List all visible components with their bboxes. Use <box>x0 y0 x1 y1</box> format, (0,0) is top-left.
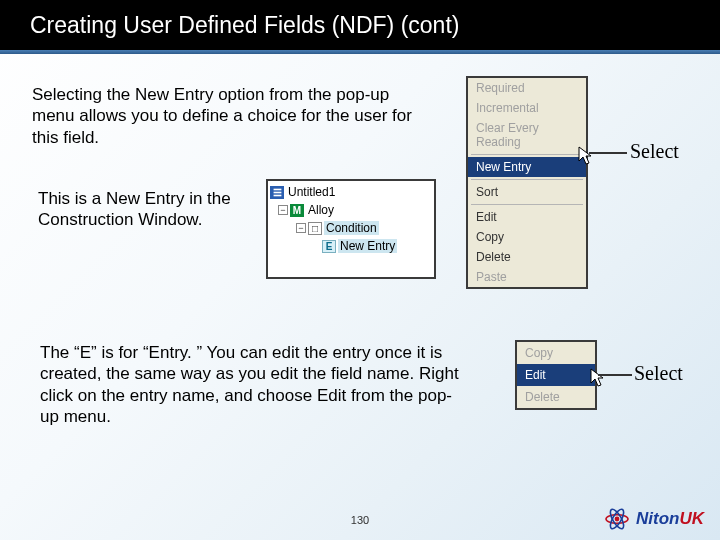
slide-title: Creating User Defined Fields (NDF) (cont… <box>30 12 459 39</box>
brand-suffix: UK <box>679 509 704 528</box>
menu-item-paste[interactable]: Paste <box>468 267 586 287</box>
construction-tree: ☰ Untitled1 − M Alloy − □ Condition E Ne… <box>266 179 436 279</box>
tree-row-alloy[interactable]: − M Alloy <box>270 201 432 219</box>
slide-header: Creating User Defined Fields (NDF) (cont… <box>0 0 720 50</box>
document-icon: ☰ <box>270 186 284 199</box>
collapse-icon[interactable]: − <box>278 205 288 215</box>
menu-item-edit-2[interactable]: Edit <box>517 364 595 386</box>
callout-label-select-1: Select <box>630 140 679 163</box>
callout-label-select-2: Select <box>634 362 683 385</box>
tree-label-root: Untitled1 <box>286 185 337 199</box>
m-icon: M <box>290 204 304 217</box>
context-menu-2: Copy Edit Delete <box>515 340 597 410</box>
menu-item-incremental[interactable]: Incremental <box>468 98 586 118</box>
menu-item-delete-2[interactable]: Delete <box>517 386 595 408</box>
brand-name: Niton <box>636 509 679 528</box>
field-icon: □ <box>308 222 322 235</box>
callout-connector <box>598 374 632 376</box>
tree-label-new-entry: New Entry <box>338 239 397 253</box>
menu-separator <box>471 204 583 205</box>
menu-item-delete[interactable]: Delete <box>468 247 586 267</box>
tree-row-root[interactable]: ☰ Untitled1 <box>270 183 432 201</box>
paragraph-2: This is a New Entry in the Construction … <box>38 188 248 231</box>
menu-item-required[interactable]: Required <box>468 78 586 98</box>
menu-item-copy-2[interactable]: Copy <box>517 342 595 364</box>
menu-item-edit[interactable]: Edit <box>468 207 586 227</box>
paragraph-1: Selecting the New Entry option from the … <box>32 84 432 148</box>
paragraph-3: The “E” is for “Entry. ” You can edit th… <box>40 342 470 427</box>
tree-label-alloy: Alloy <box>306 203 336 217</box>
menu-item-clear-every-reading[interactable]: Clear Every Reading <box>468 118 586 152</box>
collapse-icon[interactable]: − <box>296 223 306 233</box>
menu-separator <box>471 179 583 180</box>
tree-label-condition: Condition <box>324 221 379 235</box>
context-menu-1: Required Incremental Clear Every Reading… <box>466 76 588 289</box>
tree-row-condition[interactable]: − □ Condition <box>270 219 432 237</box>
menu-item-new-entry[interactable]: New Entry <box>468 157 586 177</box>
menu-separator <box>471 154 583 155</box>
menu-item-sort[interactable]: Sort <box>468 182 586 202</box>
menu-item-copy[interactable]: Copy <box>468 227 586 247</box>
entry-icon: E <box>322 240 336 253</box>
brand-text: NitonUK <box>636 509 704 529</box>
tree-row-new-entry[interactable]: E New Entry <box>270 237 432 255</box>
brand-logo: NitonUK <box>604 506 704 532</box>
slide-content: Selecting the New Entry option from the … <box>0 54 720 84</box>
callout-connector <box>589 152 627 154</box>
atom-icon <box>604 506 630 532</box>
svg-point-3 <box>615 517 620 522</box>
